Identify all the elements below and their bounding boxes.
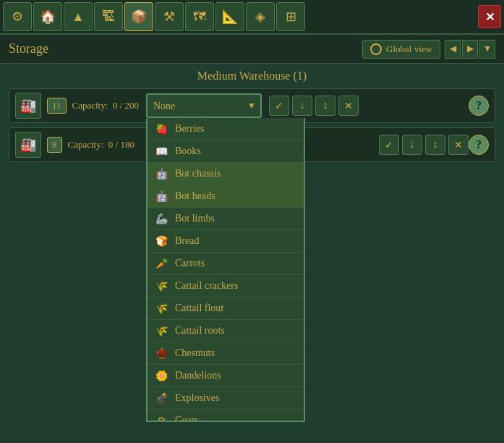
nav-down-button[interactable]: ▼ (479, 40, 495, 59)
dropdown-item-label: Bread (175, 235, 199, 247)
storage-cap-label-2: Capacity: 0 / 180 (68, 139, 134, 151)
dropdown-item-gears[interactable]: ⚙ Gears (148, 410, 304, 422)
nav-prev-button[interactable]: ◀ (445, 40, 461, 59)
dropdown-item-cattail-flour[interactable]: 🌾 Cattail flour (148, 298, 304, 320)
action-down-1[interactable]: ↓ (292, 96, 312, 116)
books-icon: 📖 (155, 144, 169, 159)
action-check-1[interactable]: ✓ (269, 96, 289, 116)
carrots-icon: 🥕 (155, 256, 169, 271)
page-title: Storage (9, 41, 48, 56)
dropdown-item-label: Gears (175, 415, 199, 422)
dropdown-item-explosives[interactable]: 💣 Explosives (148, 387, 304, 410)
explosives-icon: 💣 (155, 391, 169, 405)
dropdown-item-label: Cattail crackers (175, 280, 238, 292)
cattail-crackers-icon: 🌾 (155, 279, 169, 293)
global-view-label: Global view (386, 43, 432, 55)
bot-limbs-icon: 🦾 (155, 211, 169, 226)
nav-next-button[interactable]: ▶ (462, 40, 478, 59)
toolbar: ⚙ 🏠 ▲ 🏗 📦 ⚒ 🗺 📐 ◈ ⊞ ✕ (0, 0, 504, 35)
dropdown-item-bot-limbs[interactable]: 🦾 Bot limbs (148, 208, 304, 230)
toolbar-btn-terrain[interactable]: ▲ (64, 2, 93, 31)
dropdown-item-bot-chassis[interactable]: 🤖 Bot chassis (148, 163, 304, 185)
action-buttons-1: ✓ ↓ ↕ ✕ (269, 96, 359, 116)
dropdown-item-books[interactable]: 📖 Books (148, 140, 304, 163)
dandelions-icon: 🌼 (155, 368, 169, 383)
cattail-flour-icon: 🌾 (155, 301, 169, 316)
storage-icon-2: 🏭 (15, 132, 41, 158)
storage-num-2: 8 (47, 137, 62, 153)
dropdown-item-bread[interactable]: 🍞 Bread (148, 230, 304, 253)
toolbar-btn-extra2[interactable]: ⊞ (276, 2, 305, 31)
action-buttons-2: ✓ ↓ ↕ ✕ (379, 135, 469, 155)
dropdown-item-chestnuts[interactable]: 🌰 Chestnuts (148, 342, 304, 365)
dropdown-item-label: Bot heads (175, 190, 215, 202)
toolbar-btn-home[interactable]: 🏠 (33, 2, 62, 31)
dropdown-item-label: Books (175, 145, 201, 157)
gears-icon: ⚙ (155, 413, 169, 422)
dropdown-item-carrots[interactable]: 🥕 Carrots (148, 253, 304, 275)
header: Storage Global view ◀ ▶ ▼ (0, 35, 504, 64)
toolbar-btn-craft[interactable]: ⚒ (155, 2, 184, 31)
dropdown-item-cattail-crackers[interactable]: 🌾 Cattail crackers (148, 275, 304, 298)
toolbar-btn-settings[interactable]: ⚙ (3, 2, 32, 31)
warehouse-title: Medium Warehouse (1) (0, 64, 504, 85)
dropdown-item-label: Dandelions (175, 370, 221, 381)
global-view-button[interactable]: Global view (362, 40, 440, 59)
action-check-2[interactable]: ✓ (379, 135, 399, 155)
dropdown-item-label: Cattail roots (175, 325, 225, 337)
dropdown-item-dandelions[interactable]: 🌼 Dandelions (148, 365, 304, 387)
globe-icon (370, 43, 382, 55)
storage-cap-label-1: Capacity: 0 / 200 (72, 100, 139, 111)
toolbar-btn-build[interactable]: 🏗 (94, 2, 123, 31)
storage-section: 🏭 11 Capacity: 0 / 200 None ▼ 🍓 Berries … (0, 85, 504, 169)
help-button-1[interactable]: ? (469, 96, 489, 116)
action-x-2[interactable]: ✕ (448, 135, 469, 155)
berries-icon: 🍓 (155, 122, 169, 136)
dropdown-item-label: Chestnuts (175, 347, 215, 359)
dropdown-item-label: Explosives (175, 392, 219, 404)
dropdown-item-label: Berries (175, 123, 204, 135)
close-button[interactable]: ✕ (478, 5, 501, 28)
storage-row-1: 🏭 11 Capacity: 0 / 200 None ▼ 🍓 Berries … (9, 88, 495, 123)
action-updown-2[interactable]: ↕ (425, 135, 445, 155)
bot-chassis-icon: 🤖 (155, 166, 169, 181)
action-x-1[interactable]: ✕ (338, 96, 359, 116)
dropdown-item-label: Bot chassis (175, 168, 221, 180)
dropdown-item-label: Cattail flour (175, 303, 224, 314)
chestnuts-icon: 🌰 (155, 346, 169, 360)
bot-heads-icon: 🤖 (155, 189, 169, 203)
dropdown-list: 🍓 Berries 📖 Books 🤖 Bot chassis 🤖 Bot he… (146, 118, 305, 422)
nav-arrows: ◀ ▶ ▼ (445, 40, 495, 59)
dropdown-item-label: Bot limbs (175, 213, 215, 224)
dropdown-area-1: None ▼ 🍓 Berries 📖 Books 🤖 Bot chassis (146, 93, 262, 118)
help-button-2[interactable]: ? (469, 135, 489, 155)
toolbar-btn-map[interactable]: 🗺 (185, 2, 214, 31)
action-updown-1[interactable]: ↕ (315, 96, 336, 116)
toolbar-btn-extra1[interactable]: ◈ (246, 2, 275, 31)
cattail-roots-icon: 🌾 (155, 324, 169, 338)
toolbar-btn-layout[interactable]: 📐 (215, 2, 244, 31)
action-down-2[interactable]: ↓ (402, 135, 422, 155)
storage-icon-1: 🏭 (15, 93, 41, 119)
dropdown-item-cattail-roots[interactable]: 🌾 Cattail roots (148, 320, 304, 342)
storage-num-1: 11 (47, 98, 67, 114)
dropdown-item-berries[interactable]: 🍓 Berries (148, 118, 304, 140)
filter-dropdown-1[interactable]: None (146, 93, 262, 118)
bread-icon: 🍞 (155, 234, 169, 248)
dropdown-item-bot-heads[interactable]: 🤖 Bot heads (148, 185, 304, 208)
toolbar-btn-storage[interactable]: 📦 (124, 2, 153, 31)
dropdown-item-label: Carrots (175, 258, 205, 269)
